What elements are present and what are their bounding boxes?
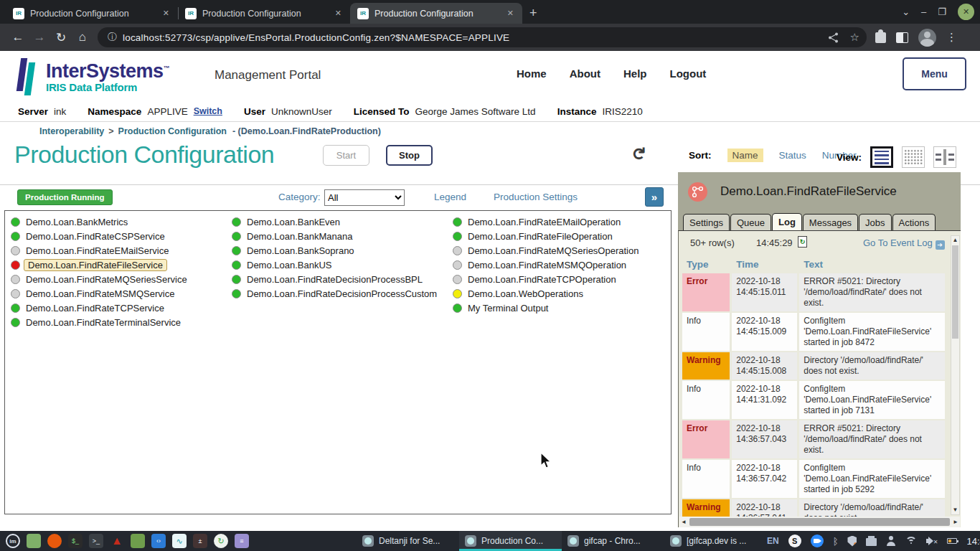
production-item-label[interactable]: Demo.Loan.FindRateMSMQOperation: [468, 260, 626, 270]
vertical-scroll-thumb[interactable]: [952, 245, 958, 339]
sort-option-name[interactable]: Name: [727, 149, 763, 162]
production-item-label[interactable]: Demo.Loan.WebOperations: [468, 288, 583, 299]
production-item-label[interactable]: Demo.Loan.FindRateEMailService: [26, 245, 169, 256]
legend-link[interactable]: Legend: [434, 192, 466, 202]
production-item[interactable]: Demo.Loan.BankSoprano: [232, 243, 437, 258]
production-item[interactable]: Demo.Loan.FindRateDecisionProcessBPL: [232, 272, 437, 286]
production-item[interactable]: Demo.Loan.FindRateCSPService: [11, 229, 187, 243]
forward-icon[interactable]: →: [29, 30, 50, 44]
log-vertical-scrollbar[interactable]: ▲ ▼: [951, 235, 960, 515]
production-item-label[interactable]: Demo.Loan.FindRateTCPOperation: [468, 274, 616, 285]
log-horizontal-scrollbar[interactable]: ◄ ►: [679, 517, 960, 527]
view-split-icon[interactable]: [933, 146, 956, 168]
terminal-alt-icon[interactable]: >_: [89, 534, 103, 548]
tab-search-chevron-icon[interactable]: ⌄: [902, 6, 910, 17]
production-settings-link[interactable]: Production Settings: [494, 192, 578, 202]
folder-icon[interactable]: [131, 534, 145, 548]
nav-link-help[interactable]: Help: [623, 67, 647, 80]
stop-button[interactable]: Stop: [386, 145, 433, 166]
production-item[interactable]: Demo.Loan.FindRateFileService: [11, 258, 187, 272]
wifi-icon[interactable]: [905, 537, 917, 545]
mint-menu-icon[interactable]: lm: [6, 534, 20, 548]
calculator-icon[interactable]: ±: [193, 534, 207, 548]
taskbar-window-button[interactable]: gifcap - Chro...: [562, 531, 664, 551]
window-maximize-icon[interactable]: ❐: [938, 6, 946, 17]
browser-tab[interactable]: IRProduction Configuration✕: [350, 3, 522, 24]
browser-tab[interactable]: IRProduction Configuration✕: [6, 3, 178, 24]
production-item-label[interactable]: Demo.Loan.FindRateCSPService: [26, 231, 165, 242]
tab-close-icon[interactable]: ✕: [160, 7, 172, 19]
firefox-icon[interactable]: [47, 534, 62, 548]
profile-avatar[interactable]: [918, 29, 936, 47]
share-icon[interactable]: [828, 32, 839, 43]
printer-icon[interactable]: [866, 538, 877, 546]
view-list-icon[interactable]: [870, 146, 893, 168]
production-item-label[interactable]: Demo.Loan.BankSoprano: [247, 245, 354, 256]
production-item-label[interactable]: Demo.Loan.BankMetrics: [26, 217, 128, 227]
production-item[interactable]: Demo.Loan.FindRateMSMQService: [11, 286, 187, 301]
production-item-label[interactable]: Demo.Loan.FindRateDecisionProcessBPL: [247, 274, 423, 285]
page-refresh-icon[interactable]: ↻: [628, 146, 649, 161]
horizontal-scroll-thumb[interactable]: [689, 518, 950, 526]
production-item-label[interactable]: Demo.Loan.BankEven: [247, 217, 340, 227]
address-bar[interactable]: ⓘ localhost:52773/csp/applive/EnsPortal.…: [98, 27, 867, 47]
production-item[interactable]: Demo.Loan.FindRateEMailOperation: [453, 215, 639, 229]
panel-tab-jobs[interactable]: Jobs: [859, 214, 891, 230]
production-item[interactable]: Demo.Loan.BankUS: [232, 258, 437, 272]
reload-icon[interactable]: ↻: [50, 30, 72, 45]
sort-option-status[interactable]: Status: [779, 150, 806, 161]
category-select[interactable]: All: [324, 189, 405, 206]
production-item-label[interactable]: My Terminal Output: [468, 303, 548, 314]
production-item[interactable]: Demo.Loan.FindRateFileOperation: [453, 229, 639, 243]
panel-tab-queue[interactable]: Queue: [730, 214, 771, 230]
browser-menu-icon[interactable]: ⋮: [946, 31, 957, 44]
go-to-event-log-link[interactable]: Go To Event Log➔: [863, 237, 945, 250]
production-item[interactable]: Demo.Loan.WebOperations: [453, 286, 639, 301]
new-tab-button[interactable]: +: [522, 6, 545, 24]
url-text[interactable]: localhost:52773/csp/applive/EnsPortal.Pr…: [123, 32, 828, 43]
notes-icon[interactable]: ≡: [235, 534, 249, 548]
production-item[interactable]: Demo.Loan.FindRateDecisionProcessCustom: [232, 286, 437, 301]
production-item[interactable]: Demo.Loan.FindRateEMailService: [11, 243, 187, 258]
production-item-label[interactable]: Demo.Loan.BankUS: [247, 260, 332, 270]
production-item-label[interactable]: Demo.Loan.BankManana: [247, 231, 352, 242]
panel-tab-settings[interactable]: Settings: [683, 214, 730, 230]
production-item[interactable]: Demo.Loan.FindRateTCPOperation: [453, 272, 639, 286]
browser-tab[interactable]: IRProduction Configuration✕: [178, 3, 350, 24]
scroll-right-icon[interactable]: ►: [951, 519, 960, 525]
scroll-up-icon[interactable]: ▲: [951, 236, 959, 245]
expand-panel-button[interactable]: »: [645, 187, 664, 207]
namespace-switch-link[interactable]: Switch: [194, 106, 222, 116]
production-item-label[interactable]: Demo.Loan.FindRateTCPService: [26, 303, 164, 314]
breadcrumb-link[interactable]: Interoperability: [39, 126, 104, 136]
site-info-icon[interactable]: ⓘ: [108, 31, 117, 44]
production-item[interactable]: Demo.Loan.BankEven: [232, 215, 437, 229]
taskbar-window-button[interactable]: Production Co...: [459, 531, 562, 551]
timer-app-icon[interactable]: ↻: [214, 534, 228, 548]
breadcrumb-link[interactable]: Production Configuration: [118, 126, 227, 136]
monitor-app-icon[interactable]: ∿: [172, 534, 187, 548]
user-tray-icon[interactable]: [886, 536, 896, 546]
tab-close-icon[interactable]: ✕: [504, 7, 517, 19]
production-item-label[interactable]: Demo.Loan.FindRateMQSeriesOperation: [468, 245, 639, 256]
production-item[interactable]: My Terminal Output: [453, 301, 639, 315]
production-item[interactable]: Demo.Loan.FindRateMQSeriesOperation: [453, 243, 639, 258]
production-item[interactable]: Demo.Loan.FindRateMSMQOperation: [453, 258, 639, 272]
production-item-label[interactable]: Demo.Loan.FindRateTerminalService: [26, 317, 181, 328]
volume-muted-icon[interactable]: ✕: [926, 536, 938, 546]
panel-tab-messages[interactable]: Messages: [803, 214, 858, 230]
home-icon[interactable]: ⌂: [72, 30, 93, 44]
taskbar-window-button[interactable]: [gifcap.dev is ...: [664, 531, 767, 551]
sidebar-toggle-icon[interactable]: [896, 32, 908, 43]
view-grid-icon[interactable]: [902, 146, 925, 168]
production-item-label[interactable]: Demo.Loan.FindRateFileService: [24, 259, 167, 271]
start-button[interactable]: Start: [323, 145, 369, 166]
menu-button[interactable]: Menu: [903, 57, 966, 90]
scroll-left-icon[interactable]: ◄: [679, 519, 688, 525]
tab-close-icon[interactable]: ✕: [332, 7, 344, 19]
red-app-icon[interactable]: ▲: [110, 534, 124, 548]
nav-link-about[interactable]: About: [570, 67, 600, 80]
keyboard-layout-indicator[interactable]: EN: [767, 536, 779, 546]
nav-link-home[interactable]: Home: [517, 67, 547, 80]
production-item-label[interactable]: Demo.Loan.FindRateMSMQService: [26, 288, 174, 299]
